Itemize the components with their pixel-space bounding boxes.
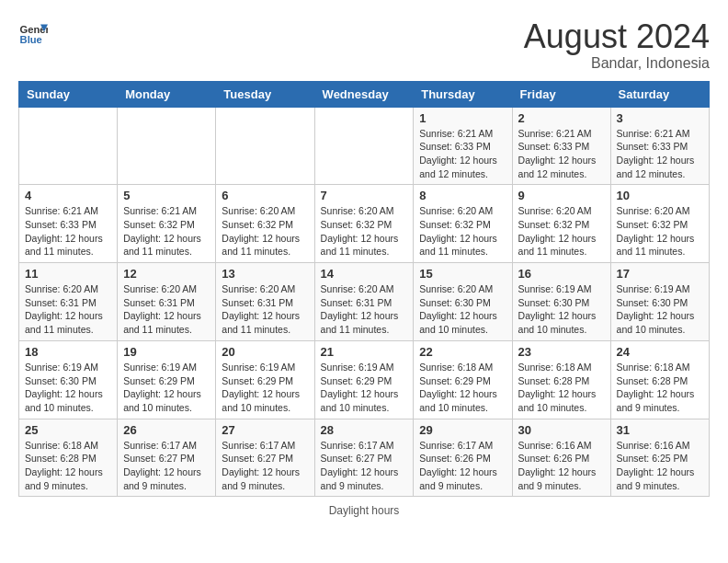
day-info: Sunrise: 6:20 AM Sunset: 6:32 PM Dayligh…	[518, 204, 605, 259]
svg-text:Blue: Blue	[20, 34, 42, 45]
day-info: Sunrise: 6:19 AM Sunset: 6:29 PM Dayligh…	[222, 361, 308, 415]
calendar-day-cell: 23Sunrise: 6:18 AM Sunset: 6:28 PM Dayli…	[512, 340, 610, 419]
calendar-footer: Daylight hours	[18, 504, 710, 517]
calendar-day-cell: 25Sunrise: 6:18 AM Sunset: 6:28 PM Dayli…	[19, 419, 118, 497]
day-info: Sunrise: 6:18 AM Sunset: 6:28 PM Dayligh…	[617, 361, 703, 415]
day-number: 8	[419, 189, 506, 202]
day-info: Sunrise: 6:21 AM Sunset: 6:33 PM Dayligh…	[518, 127, 605, 181]
day-info: Sunrise: 6:18 AM Sunset: 6:29 PM Dayligh…	[419, 361, 506, 415]
title-block: August 2024 Bandar, Indonesia	[524, 18, 710, 72]
calendar-day-cell: 15Sunrise: 6:20 AM Sunset: 6:30 PM Dayli…	[414, 263, 512, 341]
calendar-day-cell: 17Sunrise: 6:19 AM Sunset: 6:30 PM Dayli…	[610, 263, 709, 341]
calendar-week-row: 4Sunrise: 6:21 AM Sunset: 6:33 PM Daylig…	[19, 185, 710, 263]
month-year-title: August 2024	[524, 18, 710, 55]
day-number: 30	[518, 423, 605, 437]
calendar-table: SundayMondayTuesdayWednesdayThursdayFrid…	[18, 81, 710, 498]
calendar-day-cell: 21Sunrise: 6:19 AM Sunset: 6:29 PM Dayli…	[314, 340, 414, 419]
day-info: Sunrise: 6:21 AM Sunset: 6:33 PM Dayligh…	[617, 127, 703, 181]
day-number: 2	[518, 111, 605, 125]
calendar-day-cell: 5Sunrise: 6:21 AM Sunset: 6:32 PM Daylig…	[118, 185, 216, 263]
calendar-day-cell	[314, 107, 414, 185]
calendar-day-cell: 8Sunrise: 6:20 AM Sunset: 6:32 PM Daylig…	[414, 185, 512, 263]
day-number: 21	[321, 345, 408, 359]
day-info: Sunrise: 6:17 AM Sunset: 6:27 PM Dayligh…	[222, 439, 308, 493]
day-info: Sunrise: 6:19 AM Sunset: 6:30 PM Dayligh…	[617, 282, 703, 337]
day-of-week-header: Monday	[118, 81, 216, 107]
calendar-day-cell: 6Sunrise: 6:20 AM Sunset: 6:32 PM Daylig…	[216, 185, 314, 263]
day-of-week-header: Saturday	[610, 81, 709, 107]
day-info: Sunrise: 6:20 AM Sunset: 6:31 PM Dayligh…	[222, 282, 308, 337]
day-number: 3	[617, 111, 703, 125]
day-number: 28	[321, 423, 408, 437]
calendar-day-cell: 10Sunrise: 6:20 AM Sunset: 6:32 PM Dayli…	[610, 185, 709, 263]
day-info: Sunrise: 6:17 AM Sunset: 6:27 PM Dayligh…	[321, 439, 408, 493]
day-info: Sunrise: 6:19 AM Sunset: 6:29 PM Dayligh…	[321, 361, 408, 415]
calendar-day-cell: 12Sunrise: 6:20 AM Sunset: 6:31 PM Dayli…	[118, 263, 216, 341]
day-info: Sunrise: 6:16 AM Sunset: 6:25 PM Dayligh…	[617, 439, 703, 493]
calendar-day-cell: 13Sunrise: 6:20 AM Sunset: 6:31 PM Dayli…	[216, 263, 314, 341]
day-number: 14	[321, 267, 408, 281]
day-number: 31	[617, 423, 703, 437]
calendar-day-cell: 2Sunrise: 6:21 AM Sunset: 6:33 PM Daylig…	[512, 107, 610, 185]
day-of-week-header: Tuesday	[216, 81, 314, 107]
calendar-day-cell: 18Sunrise: 6:19 AM Sunset: 6:30 PM Dayli…	[19, 340, 118, 419]
footer-row: Daylight hours	[18, 504, 710, 517]
calendar-week-row: 11Sunrise: 6:20 AM Sunset: 6:31 PM Dayli…	[19, 263, 710, 341]
calendar-body: 1Sunrise: 6:21 AM Sunset: 6:33 PM Daylig…	[19, 107, 710, 497]
calendar-day-cell: 19Sunrise: 6:19 AM Sunset: 6:29 PM Dayli…	[118, 340, 216, 419]
day-info: Sunrise: 6:18 AM Sunset: 6:28 PM Dayligh…	[25, 439, 111, 493]
day-of-week-header: Sunday	[19, 81, 118, 107]
day-number: 6	[222, 189, 308, 202]
logo: General Blue	[18, 18, 48, 48]
page-header: General Blue August 2024 Bandar, Indones…	[18, 18, 710, 72]
logo-icon: General Blue	[18, 18, 48, 48]
day-number: 7	[321, 189, 408, 202]
day-number: 16	[518, 267, 605, 281]
calendar-day-cell: 1Sunrise: 6:21 AM Sunset: 6:33 PM Daylig…	[414, 107, 512, 185]
calendar-day-cell	[19, 107, 118, 185]
day-info: Sunrise: 6:20 AM Sunset: 6:31 PM Dayligh…	[25, 282, 111, 337]
calendar-day-cell: 14Sunrise: 6:20 AM Sunset: 6:31 PM Dayli…	[314, 263, 414, 341]
calendar-day-cell: 28Sunrise: 6:17 AM Sunset: 6:27 PM Dayli…	[314, 419, 414, 497]
day-number: 13	[222, 267, 308, 281]
day-number: 15	[419, 267, 506, 281]
day-number: 22	[419, 345, 506, 359]
day-number: 26	[123, 423, 210, 437]
day-number: 27	[222, 423, 308, 437]
calendar-day-cell: 31Sunrise: 6:16 AM Sunset: 6:25 PM Dayli…	[610, 419, 709, 497]
day-info: Sunrise: 6:20 AM Sunset: 6:31 PM Dayligh…	[123, 282, 210, 337]
day-number: 1	[419, 111, 506, 125]
day-of-week-header: Wednesday	[314, 81, 414, 107]
day-number: 24	[617, 345, 703, 359]
day-info: Sunrise: 6:20 AM Sunset: 6:32 PM Dayligh…	[321, 204, 408, 259]
day-number: 9	[518, 189, 605, 202]
day-info: Sunrise: 6:17 AM Sunset: 6:27 PM Dayligh…	[123, 439, 210, 493]
calendar-week-row: 18Sunrise: 6:19 AM Sunset: 6:30 PM Dayli…	[19, 340, 710, 419]
day-number: 18	[25, 345, 111, 359]
calendar-day-cell: 20Sunrise: 6:19 AM Sunset: 6:29 PM Dayli…	[216, 340, 314, 419]
day-info: Sunrise: 6:19 AM Sunset: 6:30 PM Dayligh…	[25, 361, 111, 415]
day-number: 5	[123, 189, 210, 202]
daylight-hours-label: Daylight hours	[329, 504, 400, 517]
day-number: 20	[222, 345, 308, 359]
day-info: Sunrise: 6:19 AM Sunset: 6:29 PM Dayligh…	[123, 361, 210, 415]
day-number: 10	[617, 189, 703, 202]
calendar-day-cell: 27Sunrise: 6:17 AM Sunset: 6:27 PM Dayli…	[216, 419, 314, 497]
day-number: 4	[25, 189, 111, 202]
calendar-day-cell: 9Sunrise: 6:20 AM Sunset: 6:32 PM Daylig…	[512, 185, 610, 263]
calendar-week-row: 1Sunrise: 6:21 AM Sunset: 6:33 PM Daylig…	[19, 107, 710, 185]
calendar-day-cell: 3Sunrise: 6:21 AM Sunset: 6:33 PM Daylig…	[610, 107, 709, 185]
day-info: Sunrise: 6:20 AM Sunset: 6:32 PM Dayligh…	[419, 204, 506, 259]
day-number: 19	[123, 345, 210, 359]
day-info: Sunrise: 6:21 AM Sunset: 6:33 PM Dayligh…	[25, 204, 111, 259]
day-info: Sunrise: 6:21 AM Sunset: 6:33 PM Dayligh…	[419, 127, 506, 181]
day-number: 11	[25, 267, 111, 281]
day-number: 29	[419, 423, 506, 437]
calendar-day-cell: 22Sunrise: 6:18 AM Sunset: 6:29 PM Dayli…	[414, 340, 512, 419]
day-info: Sunrise: 6:18 AM Sunset: 6:28 PM Dayligh…	[518, 361, 605, 415]
calendar-day-cell: 16Sunrise: 6:19 AM Sunset: 6:30 PM Dayli…	[512, 263, 610, 341]
calendar-day-cell: 24Sunrise: 6:18 AM Sunset: 6:28 PM Dayli…	[610, 340, 709, 419]
calendar-day-cell: 4Sunrise: 6:21 AM Sunset: 6:33 PM Daylig…	[19, 185, 118, 263]
calendar-day-cell	[216, 107, 314, 185]
calendar-week-row: 25Sunrise: 6:18 AM Sunset: 6:28 PM Dayli…	[19, 419, 710, 497]
